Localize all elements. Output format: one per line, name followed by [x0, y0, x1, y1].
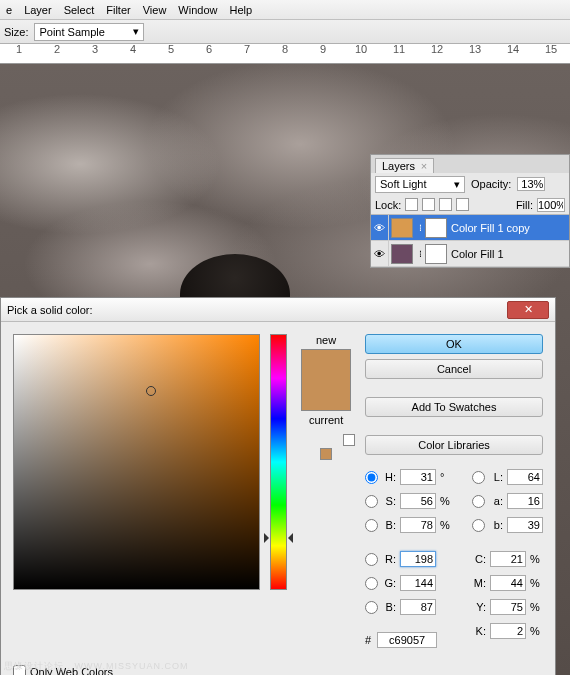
a-input[interactable]: [507, 493, 543, 509]
g-label: G:: [382, 577, 396, 589]
new-color-swatch: [302, 350, 350, 380]
watermark-text: 思缘设计论坛 . WWW.MISSYUAN.COM: [4, 660, 189, 673]
websafe-swatch[interactable]: [320, 448, 332, 460]
layer-name[interactable]: Color Fill 1 copy: [451, 222, 530, 234]
color-field-marker[interactable]: [146, 386, 156, 396]
ruler-tick: 8: [282, 44, 288, 55]
color-field[interactable]: [13, 334, 260, 590]
lock-transparency-icon[interactable]: [405, 198, 418, 211]
bri-input[interactable]: [400, 517, 436, 533]
current-color-swatch[interactable]: [302, 380, 350, 410]
canvas-area[interactable]: Layers × Soft Light ▾ Opacity: Lock: Fil…: [0, 64, 570, 675]
cancel-button[interactable]: Cancel: [365, 359, 543, 379]
add-to-swatches-button[interactable]: Add To Swatches: [365, 397, 543, 417]
chevron-down-icon: ▾: [133, 25, 139, 38]
ruler-tick: 1: [16, 44, 22, 55]
ok-label: OK: [446, 338, 462, 350]
r-label: R:: [382, 553, 396, 565]
m-input[interactable]: [490, 575, 526, 591]
c-input[interactable]: [490, 551, 526, 567]
pct: %: [530, 577, 542, 589]
ruler-tick: 10: [355, 44, 367, 55]
hue-input[interactable]: [400, 469, 436, 485]
lock-position-icon[interactable]: [439, 198, 452, 211]
bri-radio[interactable]: [365, 519, 378, 532]
g-radio[interactable]: [365, 577, 378, 590]
layer-name[interactable]: Color Fill 1: [451, 248, 504, 260]
hue-radio[interactable]: [365, 471, 378, 484]
layer-row[interactable]: 👁 ⁞ Color Fill 1: [371, 241, 569, 267]
k-label: K:: [472, 625, 486, 637]
color-libraries-button[interactable]: Color Libraries: [365, 435, 543, 455]
b3-radio[interactable]: [472, 519, 485, 532]
layer-row[interactable]: 👁 ⁞ Color Fill 1 copy: [371, 215, 569, 241]
m-label: M:: [472, 577, 486, 589]
dialog-titlebar[interactable]: Pick a solid color: ✕: [1, 298, 555, 322]
ruler-tick: 12: [431, 44, 443, 55]
g-input[interactable]: [400, 575, 436, 591]
r-radio[interactable]: [365, 553, 378, 566]
fill-label: Fill:: [516, 199, 533, 211]
chevron-down-icon: ▾: [454, 178, 460, 191]
lock-all-icon[interactable]: [456, 198, 469, 211]
b-label: B:: [382, 519, 396, 531]
menu-help[interactable]: Help: [229, 4, 252, 16]
visibility-toggle[interactable]: 👁: [371, 241, 389, 266]
menu-filter[interactable]: Filter: [106, 4, 130, 16]
b2-radio[interactable]: [365, 601, 378, 614]
sat-input[interactable]: [400, 493, 436, 509]
layer-thumbnail[interactable]: [391, 244, 413, 264]
h-unit: °: [440, 471, 452, 483]
k-input[interactable]: [490, 623, 526, 639]
sat-radio[interactable]: [365, 495, 378, 508]
cancel-label: Cancel: [437, 363, 471, 375]
ruler-tick: 14: [507, 44, 519, 55]
close-button[interactable]: ✕: [507, 301, 549, 319]
color-picker-dialog: Pick a solid color: ✕ new current: [0, 297, 556, 675]
blend-mode-value: Soft Light: [380, 178, 426, 190]
lock-pixels-icon[interactable]: [422, 198, 435, 211]
tab-layers[interactable]: Layers ×: [375, 158, 434, 173]
link-icon: ⁞: [415, 223, 425, 233]
sample-size-dropdown[interactable]: Point Sample ▾: [34, 23, 144, 41]
ruler-tick: 3: [92, 44, 98, 55]
pct: %: [530, 625, 542, 637]
layer-thumbnail[interactable]: [391, 218, 413, 238]
b3-label: b:: [489, 519, 503, 531]
hue-slider[interactable]: [270, 334, 287, 590]
tab-label: Layers: [382, 160, 415, 172]
l-input[interactable]: [507, 469, 543, 485]
pct: %: [530, 601, 542, 613]
menu-layer[interactable]: Layer: [24, 4, 52, 16]
tool-options-bar: Size: Point Sample ▾: [0, 20, 570, 44]
layers-panel: Layers × Soft Light ▾ Opacity: Lock: Fil…: [370, 154, 570, 268]
menu-edit[interactable]: e: [6, 4, 12, 16]
s-label: S:: [382, 495, 396, 507]
l-radio[interactable]: [472, 471, 485, 484]
bb-label: B:: [382, 601, 396, 613]
layer-mask-thumbnail[interactable]: [425, 218, 447, 238]
cube-icon[interactable]: [343, 434, 355, 446]
ruler-tick: 11: [393, 44, 405, 55]
menu-window[interactable]: Window: [178, 4, 217, 16]
b3-input[interactable]: [507, 517, 543, 533]
sample-size-value: Point Sample: [39, 26, 104, 38]
menu-select[interactable]: Select: [64, 4, 95, 16]
y-input[interactable]: [490, 599, 526, 615]
menu-view[interactable]: View: [143, 4, 167, 16]
fill-input[interactable]: [537, 198, 565, 212]
opacity-label: Opacity:: [471, 178, 511, 190]
eye-icon: 👁: [374, 248, 385, 260]
blend-mode-dropdown[interactable]: Soft Light ▾: [375, 176, 465, 193]
opacity-input[interactable]: [517, 177, 545, 191]
b2-input[interactable]: [400, 599, 436, 615]
close-icon[interactable]: ×: [421, 160, 427, 172]
ruler-tick: 2: [54, 44, 60, 55]
a-radio[interactable]: [472, 495, 485, 508]
layer-mask-thumbnail[interactable]: [425, 244, 447, 264]
r-input[interactable]: [400, 551, 436, 567]
hex-input[interactable]: [377, 632, 437, 648]
ok-button[interactable]: OK: [365, 334, 543, 354]
visibility-toggle[interactable]: 👁: [371, 215, 389, 240]
ruler-tick: 15: [545, 44, 557, 55]
